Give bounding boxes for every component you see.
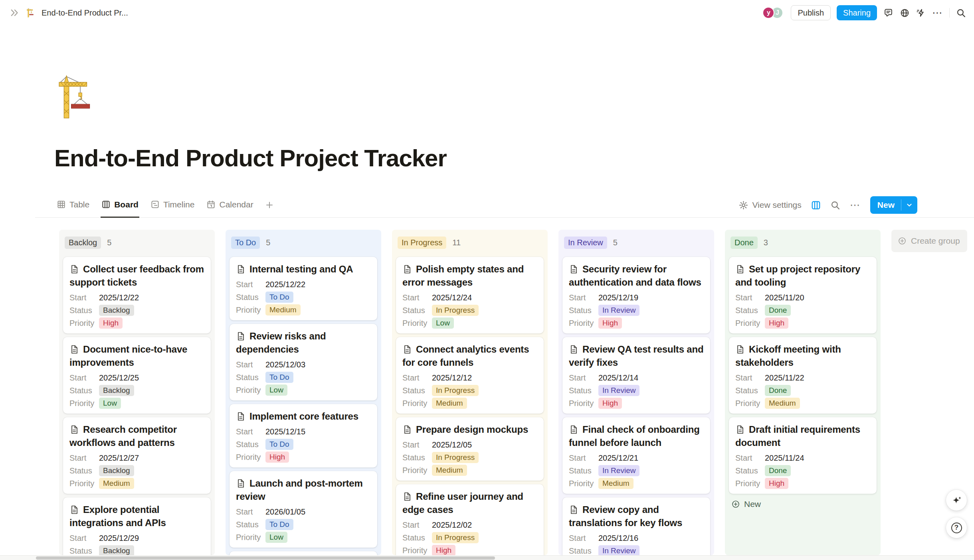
card[interactable]: Security review for authentication and d… <box>562 257 710 333</box>
property-label: Start <box>735 293 765 302</box>
tab-table[interactable]: Table <box>56 192 90 218</box>
property-row: StatusDone <box>735 464 870 477</box>
board-search-icon[interactable] <box>830 200 841 210</box>
card[interactable]: Implement core featuresStart2025/12/15St… <box>230 404 377 467</box>
property-label: Start <box>236 280 265 289</box>
property-row: PriorityMedium <box>735 397 870 410</box>
card[interactable]: Connect analytics events for core funnel… <box>396 337 544 414</box>
priority-chip: Medium <box>432 465 467 476</box>
comments-icon[interactable] <box>883 8 893 18</box>
card[interactable]: Review risks and dependenciesStart2025/1… <box>230 324 377 400</box>
card-title: Internal testing and QA <box>236 262 371 276</box>
tab-calendar[interactable]: Calendar <box>206 192 254 218</box>
property-row: Start2025/12/15 <box>236 425 371 438</box>
card[interactable]: Research competitor workflows and patter… <box>63 417 211 494</box>
card[interactable]: Internal testing and QAStart2025/12/22St… <box>230 257 377 320</box>
property-label: Priority <box>69 479 99 488</box>
property-row: PriorityMedium <box>569 477 704 490</box>
board-view-blue-icon[interactable] <box>811 200 821 210</box>
card[interactable]: Final check of onboarding funnel before … <box>562 417 710 494</box>
property-row: Start2025/12/27 <box>69 452 204 464</box>
column-status-chip[interactable]: In Review <box>564 237 607 249</box>
ai-sparkle-button[interactable] <box>946 490 967 511</box>
card[interactable]: Collect user feedback from support ticke… <box>63 257 211 333</box>
help-button[interactable]: ? <box>946 517 967 538</box>
column-status-chip[interactable]: Backlog <box>65 237 101 249</box>
board-more-icon[interactable]: ⋯ <box>850 201 861 209</box>
property-label: Start <box>569 373 598 383</box>
status-chip: In Review <box>598 385 639 396</box>
automation-zap-icon[interactable] <box>916 8 926 18</box>
card-title: Launch and post-mortem review <box>236 477 371 503</box>
card[interactable]: Review copy and translations for key flo… <box>562 497 710 555</box>
property-row: Start2025/12/12 <box>402 371 537 384</box>
start-date-value: 2025/12/02 <box>432 521 472 530</box>
start-date-value: 2025/12/29 <box>99 534 139 543</box>
column-status-chip[interactable]: Done <box>730 237 758 249</box>
page-doc-icon <box>569 505 578 515</box>
add-view-plus-icon[interactable] <box>265 192 274 218</box>
start-date-value: 2025/12/22 <box>265 280 305 289</box>
collaborator-avatars[interactable]: yJ <box>762 7 783 19</box>
create-group-label: Create group <box>911 236 960 246</box>
card[interactable]: Define project scope and milestones <box>230 551 377 555</box>
card[interactable]: Explore potential integrations and APIsS… <box>63 497 211 555</box>
property-row: Start2025/11/22 <box>735 371 870 384</box>
tab-label: Timeline <box>163 200 195 209</box>
property-label: Status <box>69 306 99 315</box>
view-settings-button[interactable]: View settings <box>738 200 801 210</box>
question-mark-icon: ? <box>951 523 962 533</box>
property-label: Start <box>402 373 432 383</box>
property-label: Status <box>69 466 99 475</box>
property-row: PriorityLow <box>69 397 204 410</box>
page-doc-icon <box>236 264 245 274</box>
search-icon[interactable] <box>956 8 966 18</box>
card[interactable]: Prepare design mockupsStart2025/12/05Sta… <box>396 417 544 481</box>
column-status-chip[interactable]: To Do <box>231 237 260 249</box>
page-doc-icon <box>735 345 745 354</box>
card[interactable]: Document nice-to-have improvementsStart2… <box>63 337 211 414</box>
card[interactable]: Refine user journey and edge casesStart2… <box>396 484 544 555</box>
property-label: Priority <box>569 399 598 408</box>
card[interactable]: Review QA test results and verify fixesS… <box>562 337 710 414</box>
card[interactable]: Draft initial requirements documentStart… <box>729 417 877 494</box>
breadcrumb-page-title[interactable]: End-to-End Product Pr... <box>42 8 128 18</box>
priority-chip: Medium <box>598 478 633 489</box>
add-card-button[interactable]: New <box>731 499 874 509</box>
horizontal-scrollbar[interactable] <box>0 555 974 560</box>
tab-board[interactable]: Board <box>101 192 139 218</box>
page-doc-icon <box>236 331 245 341</box>
sidebar-expand-icon[interactable] <box>10 8 20 18</box>
card-title: Set up project repository and tooling <box>735 262 870 289</box>
page-icon-crane[interactable] <box>55 75 100 120</box>
scrollbar-thumb[interactable] <box>36 556 495 560</box>
sharing-button[interactable]: Sharing <box>837 5 877 20</box>
page-doc-icon <box>569 345 578 354</box>
tab-timeline[interactable]: Timeline <box>150 192 196 218</box>
start-date-value: 2025/12/14 <box>598 373 638 383</box>
gear-icon <box>738 200 748 210</box>
card-title-text: Kickoff meeting with stakeholders <box>735 344 841 368</box>
property-row: StatusTo Do <box>236 371 371 384</box>
publish-button[interactable]: Publish <box>791 5 831 20</box>
globe-icon[interactable] <box>899 8 910 18</box>
property-label: Priority <box>735 479 765 488</box>
property-label: Start <box>69 454 99 463</box>
card[interactable]: Polish empty states and error messagesSt… <box>396 257 544 333</box>
page-title[interactable]: End-to-End Product Project Tracker <box>54 144 447 172</box>
card[interactable]: Launch and post-mortem reviewStart2026/0… <box>230 471 377 548</box>
card[interactable]: Kickoff meeting with stakeholdersStart20… <box>729 337 877 414</box>
property-row: PriorityLow <box>236 384 371 396</box>
column-status-chip[interactable]: In Progress <box>398 237 446 249</box>
new-button[interactable]: New <box>870 196 917 214</box>
property-row: StatusTo Do <box>236 438 371 451</box>
create-group-button[interactable]: Create group <box>891 230 967 252</box>
property-label: Status <box>569 306 598 315</box>
priority-chip: High <box>598 317 622 329</box>
property-row: StatusIn Review <box>569 304 704 317</box>
page-doc-icon <box>402 264 412 274</box>
card[interactable]: Set up project repository and toolingSta… <box>729 257 877 333</box>
more-options-icon[interactable]: ⋯ <box>932 9 943 17</box>
property-label: Start <box>735 373 765 383</box>
new-dropdown-chevron-icon[interactable] <box>901 196 917 214</box>
